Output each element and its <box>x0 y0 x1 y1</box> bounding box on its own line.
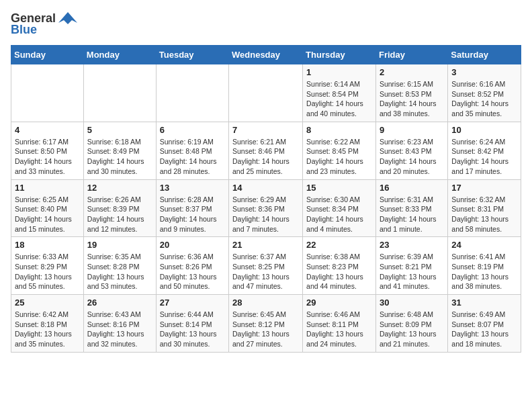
day-number: 6 <box>160 125 225 135</box>
calendar-cell <box>83 64 156 122</box>
day-info: Sunrise: 6:49 AM Sunset: 8:07 PM Dayligh… <box>451 310 517 349</box>
calendar-cell: 31Sunrise: 6:49 AM Sunset: 8:07 PM Dayli… <box>448 295 521 353</box>
calendar-week-row: 4Sunrise: 6:17 AM Sunset: 8:50 PM Daylig… <box>11 122 521 179</box>
day-number: 23 <box>380 240 444 250</box>
calendar-cell: 28Sunrise: 6:45 AM Sunset: 8:12 PM Dayli… <box>229 295 303 353</box>
weekday-header-thursday: Thursday <box>303 46 376 64</box>
calendar-cell: 4Sunrise: 6:17 AM Sunset: 8:50 PM Daylig… <box>11 122 84 179</box>
logo: General Blue <box>11 11 77 37</box>
day-info: Sunrise: 6:19 AM Sunset: 8:48 PM Dayligh… <box>160 137 225 177</box>
day-info: Sunrise: 6:42 AM Sunset: 8:18 PM Dayligh… <box>15 310 80 349</box>
day-info: Sunrise: 6:25 AM Sunset: 8:40 PM Dayligh… <box>15 195 80 234</box>
day-info: Sunrise: 6:17 AM Sunset: 8:50 PM Dayligh… <box>15 137 80 177</box>
calendar-cell: 16Sunrise: 6:31 AM Sunset: 8:33 PM Dayli… <box>375 179 447 237</box>
day-info: Sunrise: 6:33 AM Sunset: 8:29 PM Dayligh… <box>15 252 80 291</box>
calendar-cell <box>11 64 84 122</box>
calendar-cell: 8Sunrise: 6:22 AM Sunset: 8:45 PM Daylig… <box>303 122 376 179</box>
day-number: 25 <box>15 298 80 308</box>
calendar-cell: 20Sunrise: 6:36 AM Sunset: 8:26 PM Dayli… <box>156 237 228 295</box>
calendar-cell: 9Sunrise: 6:23 AM Sunset: 8:43 PM Daylig… <box>375 122 447 179</box>
weekday-header-friday: Friday <box>375 46 447 64</box>
calendar-cell: 30Sunrise: 6:48 AM Sunset: 8:09 PM Dayli… <box>375 295 447 353</box>
logo-bird-icon <box>58 11 77 26</box>
day-number: 21 <box>232 240 299 250</box>
calendar-cell: 15Sunrise: 6:30 AM Sunset: 8:34 PM Dayli… <box>303 179 376 237</box>
day-number: 7 <box>232 125 299 135</box>
weekday-header-row: SundayMondayTuesdayWednesdayThursdayFrid… <box>11 46 521 64</box>
day-number: 10 <box>451 125 517 135</box>
day-number: 16 <box>380 183 444 193</box>
calendar-cell: 3Sunrise: 6:16 AM Sunset: 8:52 PM Daylig… <box>448 64 521 122</box>
day-info: Sunrise: 6:36 AM Sunset: 8:26 PM Dayligh… <box>160 252 225 291</box>
weekday-header-sunday: Sunday <box>11 46 84 64</box>
day-number: 29 <box>306 298 372 308</box>
calendar-cell: 29Sunrise: 6:46 AM Sunset: 8:11 PM Dayli… <box>303 295 376 353</box>
calendar-cell: 27Sunrise: 6:44 AM Sunset: 8:14 PM Dayli… <box>156 295 228 353</box>
day-info: Sunrise: 6:38 AM Sunset: 8:23 PM Dayligh… <box>306 252 372 291</box>
day-number: 2 <box>380 67 444 77</box>
calendar-cell <box>156 64 228 122</box>
calendar-cell: 5Sunrise: 6:18 AM Sunset: 8:49 PM Daylig… <box>83 122 156 179</box>
day-number: 5 <box>87 125 152 135</box>
calendar-cell: 24Sunrise: 6:41 AM Sunset: 8:19 PM Dayli… <box>448 237 521 295</box>
header: General Blue <box>11 11 521 37</box>
day-info: Sunrise: 6:28 AM Sunset: 8:37 PM Dayligh… <box>160 195 225 234</box>
day-info: Sunrise: 6:41 AM Sunset: 8:19 PM Dayligh… <box>451 252 517 291</box>
day-info: Sunrise: 6:22 AM Sunset: 8:45 PM Dayligh… <box>306 137 372 177</box>
calendar-cell: 11Sunrise: 6:25 AM Sunset: 8:40 PM Dayli… <box>11 179 84 237</box>
day-info: Sunrise: 6:16 AM Sunset: 8:52 PM Dayligh… <box>451 79 517 119</box>
day-number: 18 <box>15 240 80 250</box>
day-number: 28 <box>232 298 299 308</box>
day-info: Sunrise: 6:31 AM Sunset: 8:33 PM Dayligh… <box>380 195 444 234</box>
day-info: Sunrise: 6:35 AM Sunset: 8:28 PM Dayligh… <box>87 252 152 291</box>
day-info: Sunrise: 6:45 AM Sunset: 8:12 PM Dayligh… <box>232 310 299 349</box>
calendar-cell: 19Sunrise: 6:35 AM Sunset: 8:28 PM Dayli… <box>83 237 156 295</box>
day-info: Sunrise: 6:23 AM Sunset: 8:43 PM Dayligh… <box>380 137 444 177</box>
calendar-cell: 6Sunrise: 6:19 AM Sunset: 8:48 PM Daylig… <box>156 122 228 179</box>
day-info: Sunrise: 6:44 AM Sunset: 8:14 PM Dayligh… <box>160 310 225 349</box>
logo-blue: Blue <box>11 23 37 37</box>
calendar-cell: 7Sunrise: 6:21 AM Sunset: 8:46 PM Daylig… <box>229 122 303 179</box>
calendar-week-row: 1Sunrise: 6:14 AM Sunset: 8:54 PM Daylig… <box>11 64 521 122</box>
calendar-cell: 22Sunrise: 6:38 AM Sunset: 8:23 PM Dayli… <box>303 237 376 295</box>
calendar-cell: 23Sunrise: 6:39 AM Sunset: 8:21 PM Dayli… <box>375 237 447 295</box>
weekday-header-wednesday: Wednesday <box>229 46 303 64</box>
day-info: Sunrise: 6:15 AM Sunset: 8:53 PM Dayligh… <box>380 79 444 119</box>
day-number: 20 <box>160 240 225 250</box>
day-info: Sunrise: 6:46 AM Sunset: 8:11 PM Dayligh… <box>306 310 372 349</box>
calendar-cell: 14Sunrise: 6:29 AM Sunset: 8:36 PM Dayli… <box>229 179 303 237</box>
calendar-table: SundayMondayTuesdayWednesdayThursdayFrid… <box>11 45 521 353</box>
calendar-week-row: 25Sunrise: 6:42 AM Sunset: 8:18 PM Dayli… <box>11 295 521 353</box>
day-number: 22 <box>306 240 372 250</box>
calendar-cell: 10Sunrise: 6:24 AM Sunset: 8:42 PM Dayli… <box>448 122 521 179</box>
day-info: Sunrise: 6:29 AM Sunset: 8:36 PM Dayligh… <box>232 195 299 234</box>
day-info: Sunrise: 6:37 AM Sunset: 8:25 PM Dayligh… <box>232 252 299 291</box>
day-number: 19 <box>87 240 152 250</box>
day-info: Sunrise: 6:21 AM Sunset: 8:46 PM Dayligh… <box>232 137 299 177</box>
weekday-header-monday: Monday <box>83 46 156 64</box>
day-number: 24 <box>451 240 517 250</box>
weekday-header-tuesday: Tuesday <box>156 46 228 64</box>
day-info: Sunrise: 6:14 AM Sunset: 8:54 PM Dayligh… <box>306 79 372 119</box>
day-number: 14 <box>232 183 299 193</box>
day-info: Sunrise: 6:32 AM Sunset: 8:31 PM Dayligh… <box>451 195 517 234</box>
calendar-cell: 21Sunrise: 6:37 AM Sunset: 8:25 PM Dayli… <box>229 237 303 295</box>
calendar-cell: 26Sunrise: 6:43 AM Sunset: 8:16 PM Dayli… <box>83 295 156 353</box>
day-info: Sunrise: 6:26 AM Sunset: 8:39 PM Dayligh… <box>87 195 152 234</box>
day-info: Sunrise: 6:24 AM Sunset: 8:42 PM Dayligh… <box>451 137 517 177</box>
day-info: Sunrise: 6:18 AM Sunset: 8:49 PM Dayligh… <box>87 137 152 177</box>
day-number: 9 <box>380 125 444 135</box>
calendar-cell: 18Sunrise: 6:33 AM Sunset: 8:29 PM Dayli… <box>11 237 84 295</box>
day-info: Sunrise: 6:48 AM Sunset: 8:09 PM Dayligh… <box>380 310 444 349</box>
day-number: 27 <box>160 298 225 308</box>
day-number: 30 <box>380 298 444 308</box>
day-number: 8 <box>306 125 372 135</box>
day-number: 3 <box>451 67 517 77</box>
calendar-week-row: 18Sunrise: 6:33 AM Sunset: 8:29 PM Dayli… <box>11 237 521 295</box>
svg-marker-0 <box>58 12 77 24</box>
calendar-cell: 25Sunrise: 6:42 AM Sunset: 8:18 PM Dayli… <box>11 295 84 353</box>
calendar-cell: 12Sunrise: 6:26 AM Sunset: 8:39 PM Dayli… <box>83 179 156 237</box>
day-number: 1 <box>306 67 372 77</box>
calendar-cell: 17Sunrise: 6:32 AM Sunset: 8:31 PM Dayli… <box>448 179 521 237</box>
calendar-week-row: 11Sunrise: 6:25 AM Sunset: 8:40 PM Dayli… <box>11 179 521 237</box>
